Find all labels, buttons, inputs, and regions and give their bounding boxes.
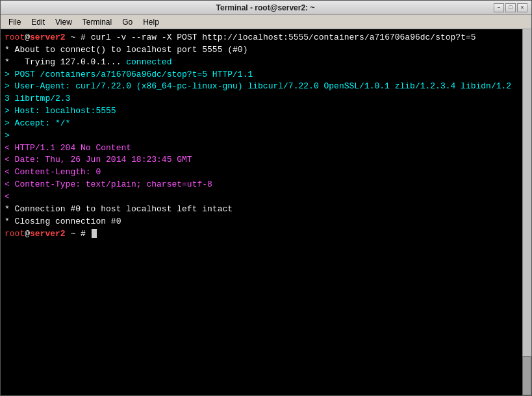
terminal-line-5: > User-Agent: curl/7.22.0 (x86_64-pc-lin… xyxy=(5,81,518,93)
menu-file[interactable]: File xyxy=(3,16,26,28)
terminal-line-3: * Trying 127.0.0.1... connected xyxy=(5,57,518,69)
menubar: File Edit View Terminal Go Help xyxy=(1,15,531,29)
terminal-window: Terminal - root@server2: ~ – □ ✕ File Ed… xyxy=(0,0,532,396)
cursor xyxy=(92,229,97,238)
terminal-output: root@server2 ~ # curl -v --raw -X POST h… xyxy=(5,32,518,240)
terminal-line-11: < Content-Length: 0 xyxy=(5,166,518,179)
scrollbar[interactable] xyxy=(522,29,531,395)
terminal-line-6: > Host: localhost:5555 xyxy=(5,105,518,118)
menu-go[interactable]: Go xyxy=(117,16,138,28)
menu-terminal[interactable]: Terminal xyxy=(77,16,117,28)
terminal-line-2: * About to connect() to localhost port 5… xyxy=(5,44,518,57)
terminal-line-12: < Content-Type: text/plain; charset=utf-… xyxy=(5,179,518,191)
maximize-button[interactable]: □ xyxy=(505,3,516,12)
terminal-line-7: > Accept: */* xyxy=(5,118,518,130)
terminal-line-13: < xyxy=(5,191,518,204)
window-title: Terminal - root@server2: ~ xyxy=(37,3,494,12)
terminal-line-15: * Closing connection #0 xyxy=(5,216,518,228)
menu-edit[interactable]: Edit xyxy=(26,16,50,28)
terminal-line-9: < HTTP/1.1 204 No Content xyxy=(5,142,518,155)
terminal-prompt-line: root@server2 ~ # xyxy=(5,228,518,241)
terminal-line-8: > xyxy=(5,130,518,142)
terminal-line-1: root@server2 ~ # curl -v --raw -X POST h… xyxy=(5,32,518,44)
close-button[interactable]: ✕ xyxy=(517,3,527,12)
terminal-line-10: < Date: Thu, 26 Jun 2014 18:23:45 GMT xyxy=(5,154,518,166)
scrollbar-thumb[interactable] xyxy=(522,356,531,395)
menu-view[interactable]: View xyxy=(50,16,77,28)
minimize-button[interactable]: – xyxy=(494,3,504,12)
menu-help[interactable]: Help xyxy=(138,16,164,28)
terminal-area[interactable]: root@server2 ~ # curl -v --raw -X POST h… xyxy=(1,29,531,395)
terminal-line-4: > POST /containers/a716706a96dc/stop?t=5… xyxy=(5,69,518,81)
terminal-line-14: * Connection #0 to host localhost left i… xyxy=(5,204,518,216)
titlebar: Terminal - root@server2: ~ – □ ✕ xyxy=(1,1,531,15)
terminal-line-5b: 3 librtmp/2.3 xyxy=(5,93,518,105)
window-controls: – □ ✕ xyxy=(494,3,527,12)
